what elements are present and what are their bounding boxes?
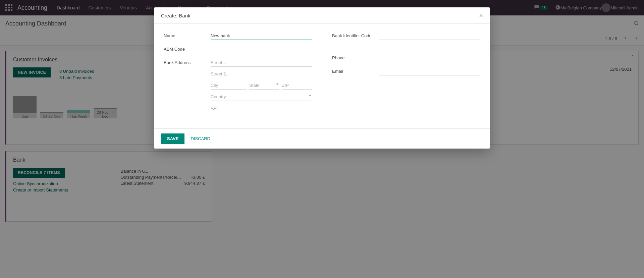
label-name: Name [164, 32, 211, 38]
discard-button[interactable]: DISCARD [189, 133, 212, 144]
email-input[interactable] [379, 67, 480, 75]
street2-input[interactable] [211, 70, 312, 78]
zip-input[interactable] [282, 81, 312, 90]
label-email: Email [332, 67, 379, 74]
modal-title: Create: Bank [161, 13, 191, 18]
country-select[interactable] [211, 93, 312, 101]
label-phone: Phone [332, 54, 379, 60]
modal-body: Name ABM Code Bank Address [154, 24, 490, 128]
label-address: Bank Address [164, 59, 211, 65]
city-input[interactable] [211, 81, 247, 90]
modal-overlay: Create: Bank × Name ABM Code Bank Addres… [0, 0, 644, 278]
modal-header: Create: Bank × [154, 7, 490, 24]
modal-footer: SAVE DISCARD [154, 128, 490, 149]
abm-input[interactable] [211, 45, 312, 53]
state-select[interactable] [249, 81, 279, 90]
create-bank-modal: Create: Bank × Name ABM Code Bank Addres… [154, 7, 490, 149]
save-button[interactable]: SAVE [161, 133, 184, 144]
modal-right-col: Bank Identifier Code Phone Email [332, 32, 480, 118]
phone-input[interactable] [379, 54, 480, 62]
label-bic: Bank Identifier Code [332, 32, 379, 38]
bic-input[interactable] [379, 32, 480, 40]
vat-input[interactable] [211, 104, 312, 112]
label-abm: ABM Code [164, 45, 211, 52]
name-input[interactable] [211, 32, 312, 40]
street-input[interactable] [211, 59, 312, 67]
close-icon[interactable]: × [479, 12, 483, 19]
modal-left-col: Name ABM Code Bank Address [164, 32, 312, 118]
